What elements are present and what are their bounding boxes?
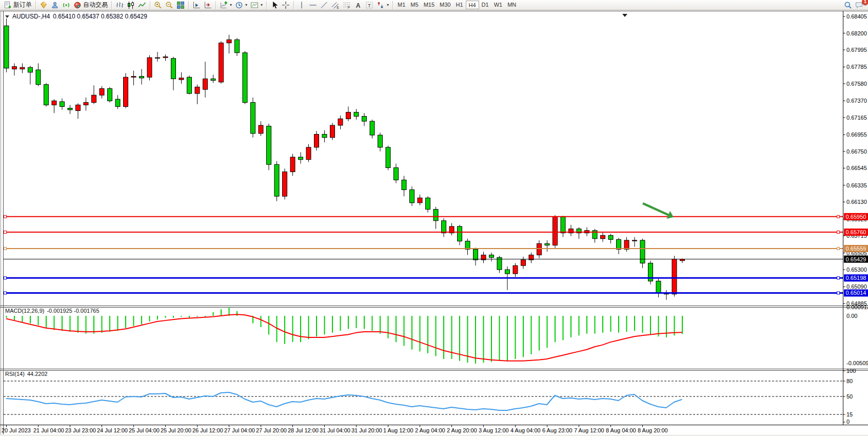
timeframe-button-d1[interactable]: D1 [479, 1, 491, 9]
toolbar-group [113, 0, 149, 10]
candle-body [267, 126, 271, 165]
timeframe-button-h1[interactable]: H1 [453, 1, 465, 9]
line-handle[interactable] [4, 215, 7, 218]
toolbar-separator [215, 1, 216, 9]
macd-axis-label: 0.000913 [846, 304, 868, 310]
timeframe-button-w1[interactable]: W1 [491, 1, 505, 9]
candle-body [140, 77, 144, 78]
toolbar-separator [150, 1, 150, 9]
line-handle[interactable] [4, 292, 7, 294]
candles-icon [127, 1, 135, 9]
zoom-in-button[interactable] [152, 1, 164, 10]
time-tick-label: 8 Aug 20:00 [638, 427, 668, 433]
time-tick-label: 4 Aug 04:00 [510, 427, 541, 433]
candle-body [553, 217, 558, 245]
price-tick-label: 0.66955 [846, 131, 867, 138]
horizontal-line-button[interactable] [307, 1, 319, 10]
timeframe-button-m1[interactable]: M1 [395, 1, 408, 9]
candle-body [4, 26, 9, 68]
zoom-out-button[interactable] [164, 1, 175, 10]
trendline-button[interactable] [319, 1, 330, 10]
timeframe-button-h4[interactable]: H4 [466, 1, 479, 9]
candle-body [108, 89, 112, 101]
chart-window[interactable]: 0.684050.682000.679950.677850.675800.673… [0, 10, 868, 436]
periods-button[interactable]: ▾ [233, 1, 249, 10]
timeframe-button-m30[interactable]: M30 [437, 1, 453, 9]
toolbar-group [190, 0, 214, 10]
price-tick-label: 0.66750 [846, 148, 867, 155]
candle-body [608, 235, 613, 239]
crosshair-button[interactable] [280, 1, 291, 10]
line-handle[interactable] [4, 231, 7, 234]
candle-body [219, 43, 224, 82]
candle-body [84, 103, 88, 105]
autotrading-button[interactable]: 自动交易 [72, 1, 109, 10]
chevron-down-icon[interactable]: ▾ [245, 3, 247, 7]
rsi-axis-label: 80 [846, 378, 853, 384]
line-handle[interactable] [837, 277, 840, 279]
new-order-button[interactable]: 新订单 [2, 1, 33, 10]
templates-button[interactable]: ▾ [249, 1, 264, 10]
price-tag-label: 0.65198 [846, 275, 866, 281]
candle-body [306, 147, 311, 160]
cursor-button[interactable] [269, 1, 280, 10]
timeframe-button-m5[interactable]: M5 [408, 1, 421, 9]
channel-button[interactable]: E [330, 1, 341, 10]
svg-text:T: T [368, 2, 371, 8]
symbol-dropdown-icon[interactable] [5, 15, 9, 18]
chart-canvas[interactable]: 0.684050.682000.679950.677850.675800.673… [0, 10, 868, 436]
line-handle[interactable] [837, 247, 840, 250]
price-tag-label: 0.65429 [846, 256, 866, 262]
candle-body [442, 221, 446, 233]
candlestick-chart-button[interactable] [125, 1, 136, 10]
candle-body [537, 243, 542, 255]
candle-body [346, 112, 351, 119]
candle-body [402, 180, 406, 189]
time-tick-label: 1 Aug 12:00 [383, 427, 413, 433]
community-button[interactable] [49, 1, 61, 10]
vertical-line-button[interactable] [296, 1, 307, 10]
notifications-button[interactable]: 1 [854, 1, 865, 10]
macd-title: MACD(12,26,9) [5, 308, 44, 314]
timeframe-button-mn[interactable]: MN [505, 1, 519, 9]
bar-chart-button[interactable] [114, 1, 125, 10]
signals-button[interactable] [61, 1, 72, 10]
line-handle[interactable] [4, 247, 7, 250]
candle-body [52, 101, 56, 105]
candle-body [418, 198, 422, 203]
hline-icon [309, 1, 317, 9]
text-button[interactable]: A [352, 1, 364, 10]
search-icon [844, 1, 852, 9]
bars-icon [115, 1, 124, 9]
toolbar-separator [35, 1, 36, 9]
rsi-axis-label: 0 [846, 419, 850, 425]
line-chart-button[interactable] [136, 1, 148, 10]
editor-icon [40, 1, 48, 9]
candle-body [131, 77, 136, 78]
community-icon [51, 1, 59, 9]
chart-shift-button[interactable] [202, 1, 213, 10]
editor-button[interactable] [38, 1, 49, 10]
line-handle[interactable] [837, 215, 840, 218]
macd-axis-label: 0.00 [846, 313, 857, 319]
rsi-axis-label: 100 [846, 368, 856, 374]
line-handle[interactable] [837, 292, 840, 294]
chart-background[interactable] [0, 10, 868, 436]
chevron-down-icon[interactable]: ▾ [261, 3, 263, 7]
channel-icon: E [331, 1, 340, 9]
line-handle[interactable] [837, 231, 840, 234]
candle-body [354, 112, 359, 117]
chevron-down-icon[interactable]: ▾ [230, 3, 232, 7]
auto-scroll-button[interactable] [191, 1, 202, 10]
timeframe-button-m15[interactable]: M15 [421, 1, 437, 9]
arrows-button[interactable]: ▾ [375, 1, 390, 10]
indicators-button[interactable]: ▾ [218, 1, 233, 10]
text-label-button[interactable]: T [364, 1, 375, 10]
tile-windows-button[interactable] [175, 1, 186, 10]
fibonacci-button[interactable]: F [341, 1, 352, 10]
line-handle[interactable] [4, 277, 7, 279]
search-button[interactable] [842, 1, 854, 10]
candle-body [330, 125, 335, 138]
notification-badge: 1 [862, 0, 868, 5]
chevron-down-icon[interactable]: ▾ [387, 3, 389, 7]
